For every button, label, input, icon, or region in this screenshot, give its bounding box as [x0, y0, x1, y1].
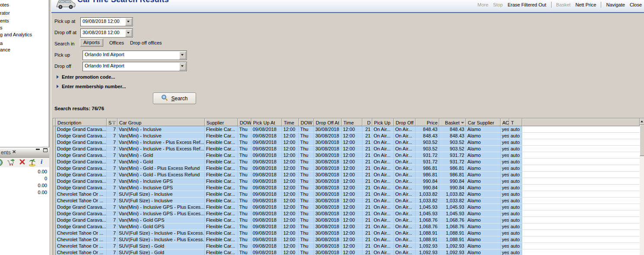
drop-off-combo[interactable]: Orlando Intl Airport: [82, 62, 187, 71]
result-row[interactable]: Chevrolet Tahoe Or ...7SUV(Full Size) - …: [53, 191, 640, 198]
dropdown-button[interactable]: [125, 18, 132, 26]
vertical-scrollbar[interactable]: [640, 118, 644, 255]
pick-up-at-combo[interactable]: 09/08/2018 12:00: [80, 17, 133, 26]
column-header-pick_up[interactable]: Pick Up: [372, 118, 394, 126]
result-row[interactable]: Dodge Grand Carava...7Van(Mini) - Inclus…: [53, 204, 640, 210]
dropdown-button[interactable]: [179, 63, 186, 70]
dropdown-button[interactable]: [179, 51, 186, 59]
pick-up-combo[interactable]: Orlando Intl Airport: [82, 51, 187, 60]
cell-description: Chevrolet Tahoe Or ...: [56, 249, 107, 255]
close-button[interactable]: Close: [630, 2, 642, 7]
dropdown-button[interactable]: [125, 29, 132, 37]
result-row[interactable]: Chevrolet Tahoe Or ...7SUV(Full Size) - …: [53, 249, 640, 255]
column-header-car_supplier[interactable]: Car Supplier: [466, 118, 501, 126]
search-in-tabs: AirportsOfficesDrop off offices: [80, 38, 162, 47]
column-header-t[interactable]: T: [509, 118, 522, 126]
world-clock-icon[interactable]: [0, 159, 3, 167]
sidebar-item[interactable]: rator: [0, 10, 10, 16]
delete-icon[interactable]: [19, 159, 25, 166]
caret-down-icon: [127, 21, 130, 22]
result-row[interactable]: Dodge Grand Carava...7Van(Mini) - Inclus…: [53, 210, 640, 217]
sidebar-item[interactable]: otes: [0, 2, 9, 7]
close-icon[interactable]: ✕: [12, 149, 16, 155]
cell-pick_up: On Air...: [372, 210, 394, 217]
result-row[interactable]: Chevrolet Tahoe Or ...7SUV(Full Size) - …: [53, 198, 640, 204]
result-row[interactable]: Dodge Grand Carava...7Van(Mini) - Inclus…: [53, 126, 640, 133]
cell-dow_2: Thu: [299, 198, 314, 204]
result-row[interactable]: Dodge Grand Carava...7Van(Mini) - Gold G…: [53, 217, 640, 223]
cell-supplier: Flexible Car...: [205, 146, 238, 152]
cell-pick_up_at: 09/08/2018: [251, 185, 282, 191]
search-in-label: Search in: [54, 41, 74, 46]
column-header-drop_off[interactable]: Drop Off: [394, 118, 416, 126]
cell-time_1: 12:00: [282, 172, 299, 178]
column-header-basket[interactable]: Basket: [439, 118, 466, 126]
cell-t: auto: [509, 204, 522, 210]
sidebar-item[interactable]: ents: [0, 18, 9, 23]
result-row[interactable]: Dodge Grand Carava...7Van(Mini) - Inclus…: [53, 185, 640, 191]
palm-tree-icon[interactable]: [28, 159, 36, 167]
column-header-s[interactable]: S: [107, 118, 117, 126]
cell-description: Chevrolet Tahoe Or ...: [56, 236, 107, 243]
cell-supplier: Flexible Car...: [205, 236, 238, 243]
cell-dow_2: Thu: [299, 217, 314, 223]
cell-t: auto: [509, 139, 522, 146]
result-row[interactable]: Dodge Grand Carava...7Van(Mini) - Gold -…: [53, 172, 640, 178]
sidebar-item[interactable]: g and Analytics: [0, 32, 32, 37]
cell-car_supplier: Alamo: [466, 198, 501, 204]
result-row[interactable]: Chevrolet Tahoe Or ...7SUV(Full Size) - …: [53, 236, 640, 243]
column-header-ac[interactable]: AC: [501, 118, 509, 126]
column-header-dow_1[interactable]: DOW: [238, 118, 251, 126]
scrollbar-thumb[interactable]: [640, 125, 644, 156]
result-row[interactable]: Dodge Grand Carava...7Van(Mini) - Inclus…: [53, 146, 640, 152]
promotion-code-expander[interactable]: Enter promotion code...: [57, 74, 115, 80]
search-in-tab-airports[interactable]: Airports: [80, 38, 103, 47]
column-header-car_group[interactable]: Car Group: [117, 118, 205, 126]
nett-price-button[interactable]: Nett Price: [575, 2, 596, 7]
column-header-price[interactable]: Price: [416, 118, 439, 126]
mini-window-tab[interactable]: ents: [1, 150, 11, 156]
membership-number-label: Enter membership number...: [62, 84, 126, 89]
column-header-description[interactable]: Description: [56, 118, 107, 126]
cell-dow_2: Thu: [299, 152, 314, 159]
result-row[interactable]: Chevrolet Tahoe Or ...7SUV(Full Size) - …: [53, 230, 640, 236]
search-in-tab-offices[interactable]: Offices: [109, 40, 124, 45]
result-row[interactable]: Dodge Grand Carava...7Van(Mini) - GoldFl…: [53, 159, 640, 165]
result-row[interactable]: Chevrolet Tahoe Or ...7SUV(Full Size) - …: [53, 243, 640, 249]
erase-filtered-out-button[interactable]: Erase Filtered Out: [508, 2, 546, 7]
result-row[interactable]: Dodge Grand Carava...7Van(Mini) - Inclus…: [53, 139, 640, 146]
result-row[interactable]: Dodge Grand Carava...7Van(Mini) - Inclus…: [53, 133, 640, 139]
navigate-button[interactable]: Navigate: [606, 2, 625, 7]
column-header-pick_up_at[interactable]: Pick Up At: [251, 118, 282, 126]
restore-icon[interactable]: [43, 148, 48, 153]
sidebar-item[interactable]: ance: [0, 47, 10, 52]
result-row[interactable]: Dodge Grand Carava...7Van(Mini) - Gold G…: [53, 223, 640, 230]
sidebar-item[interactable]: s: [0, 25, 3, 30]
add-to-basket-icon[interactable]: [6, 159, 15, 167]
search-button[interactable]: Search: [153, 92, 196, 104]
drop-off-at-combo[interactable]: 30/08/2018 12:00: [80, 29, 133, 38]
search-in-tab-drop-off-offices[interactable]: Drop off offices: [130, 40, 162, 45]
cell-drop_off_at: 30/08/2018: [314, 210, 342, 217]
cell-ac: yes: [501, 152, 509, 159]
result-row[interactable]: Dodge Grand Carava...7Van(Mini) - Inclus…: [53, 178, 640, 185]
column-header-time_1[interactable]: Time: [282, 118, 299, 126]
scroll-up-button[interactable]: [640, 118, 644, 125]
result-row[interactable]: Dodge Grand Carava...7Van(Mini) - GoldFl…: [53, 152, 640, 159]
sidebar-item[interactable]: a: [0, 41, 3, 46]
column-header-supplier[interactable]: Supplier: [205, 118, 238, 126]
column-header-d[interactable]: D: [362, 118, 372, 126]
column-header-dow_2[interactable]: DOW: [299, 118, 314, 126]
mini-window-toolbar: i: [0, 158, 49, 167]
cell-basket: 1,088.91: [439, 236, 466, 243]
column-header-drop_off_at[interactable]: Drop Off At: [314, 118, 342, 126]
cell-car_group: Van(Mini) - Inclusive GPS: [117, 185, 205, 191]
cell-drop_off_at: 30/08/2018: [314, 217, 342, 223]
minimize-icon[interactable]: [36, 148, 40, 153]
result-row[interactable]: Dodge Grand Carava...7Van(Mini) - Gold -…: [53, 165, 640, 172]
drop-off-label: Drop off: [54, 64, 71, 69]
info-icon[interactable]: i: [41, 159, 42, 165]
membership-number-expander[interactable]: Enter membership number...: [57, 84, 126, 89]
caret-down-icon: [181, 65, 184, 67]
column-header-time_2[interactable]: Time: [342, 118, 362, 126]
